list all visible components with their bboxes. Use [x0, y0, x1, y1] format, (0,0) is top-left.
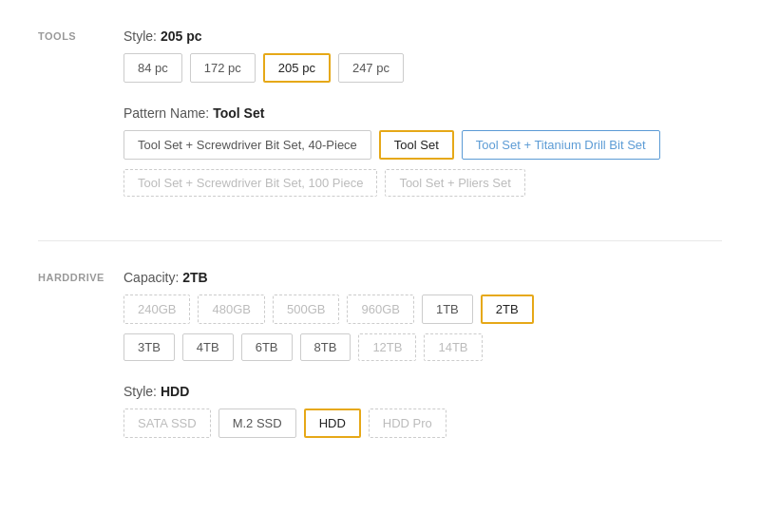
attribute-label-harddrive-capacity: Capacity: 2TB — [124, 270, 722, 285]
attribute-label-harddrive-style: Style: HDD — [124, 384, 722, 399]
option-harddrive-capacity-480gb: 480GB — [198, 294, 264, 324]
option-harddrive-style-hdd[interactable]: HDD — [304, 408, 361, 438]
option-harddrive-capacity-500gb: 500GB — [273, 294, 339, 324]
option-tools-style-172pc[interactable]: 172 pc — [190, 53, 256, 83]
option-harddrive-capacity-12tb: 12TB — [358, 333, 416, 361]
option-tools-style-205pc[interactable]: 205 pc — [263, 53, 331, 83]
option-harddrive-capacity-6tb[interactable]: 6TB — [241, 333, 293, 361]
options-row-tools-pattern-2: Tool Set + Screwdriver Bit Set, 100 Piec… — [124, 169, 722, 197]
options-row-tools-pattern-1: Tool Set + Screwdriver Bit Set, 40-Piece… — [124, 130, 722, 160]
options-row-tools-style: 84 pc172 pc205 pc247 pc — [124, 53, 722, 83]
options-row-harddrive-capacity-2: 3TB4TB6TB8TB12TB14TB — [124, 333, 722, 361]
options-row-harddrive-capacity-1: 240GB480GB500GB960GB1TB2TB — [124, 294, 722, 324]
option-tools-pattern-toolset-screwdriver-40[interactable]: Tool Set + Screwdriver Bit Set, 40-Piece — [124, 130, 371, 160]
option-tools-pattern-toolset[interactable]: Tool Set — [379, 130, 454, 160]
option-harddrive-capacity-2tb[interactable]: 2TB — [481, 294, 534, 324]
option-tools-pattern-toolset-titanium[interactable]: Tool Set + Titanium Drill Bit Set — [462, 130, 660, 160]
section-content-tools: Style: 205 pc84 pc172 pc205 pc247 pcPatt… — [124, 28, 722, 206]
page-container: TOOLSStyle: 205 pc84 pc172 pc205 pc247 p… — [0, 0, 760, 510]
option-tools-style-247pc[interactable]: 247 pc — [338, 53, 404, 83]
option-harddrive-capacity-1tb[interactable]: 1TB — [422, 294, 473, 324]
option-harddrive-capacity-14tb: 14TB — [424, 333, 482, 361]
option-harddrive-capacity-4tb[interactable]: 4TB — [182, 333, 234, 361]
option-harddrive-style-hdd-pro: HDD Pro — [369, 408, 446, 438]
option-harddrive-capacity-8tb[interactable]: 8TB — [300, 333, 352, 361]
section-divider — [38, 240, 722, 241]
option-harddrive-capacity-960gb: 960GB — [347, 294, 413, 324]
option-tools-pattern-toolset-pliers: Tool Set + Pliers Set — [385, 169, 524, 197]
section-tools: TOOLSStyle: 205 pc84 pc172 pc205 pc247 p… — [38, 28, 722, 206]
attribute-label-tools-style: Style: 205 pc — [124, 28, 722, 44]
option-harddrive-capacity-3tb[interactable]: 3TB — [124, 333, 175, 361]
option-tools-pattern-toolset-screwdriver-100: Tool Set + Screwdriver Bit Set, 100 Piec… — [124, 169, 377, 197]
options-row-harddrive-style: SATA SSDM.2 SSDHDDHDD Pro — [124, 408, 722, 438]
option-harddrive-capacity-240gb: 240GB — [124, 294, 190, 324]
section-label-tools: TOOLS — [38, 28, 124, 206]
section-content-harddrive: Capacity: 2TB240GB480GB500GB960GB1TB2TB3… — [124, 270, 722, 447]
section-harddrive: HARDDRIVECapacity: 2TB240GB480GB500GB960… — [38, 270, 722, 447]
section-label-harddrive: HARDDRIVE — [38, 270, 124, 447]
option-harddrive-style-m2-ssd[interactable]: M.2 SSD — [218, 408, 296, 438]
option-tools-style-84pc[interactable]: 84 pc — [124, 53, 182, 83]
attribute-label-tools-pattern: Pattern Name: Tool Set — [124, 105, 722, 121]
option-harddrive-style-sata-ssd: SATA SSD — [124, 408, 211, 438]
